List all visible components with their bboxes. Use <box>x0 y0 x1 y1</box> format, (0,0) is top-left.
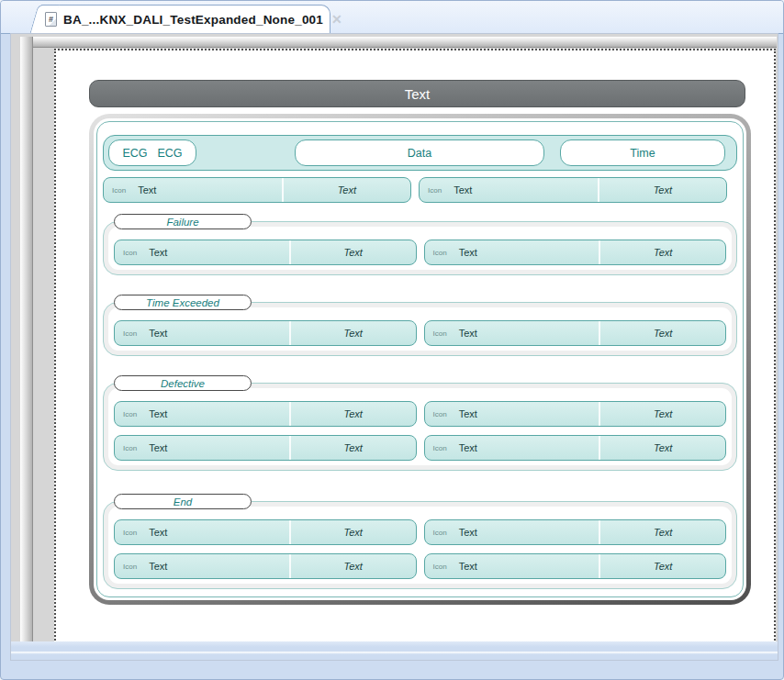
device-bar[interactable]: Icon Text Text <box>114 435 417 461</box>
device-row: Icon Text Text Icon Text Text <box>114 320 726 346</box>
group-label-pill[interactable]: Defective <box>114 375 252 391</box>
device-bar-left: Icon Text <box>425 247 599 258</box>
device-bar-left: Icon Text <box>425 328 599 339</box>
device-bar-left: Icon Text <box>115 247 289 258</box>
device-icon-placeholder: Icon <box>433 444 447 452</box>
group-section-defective: Defective Icon Text Text Icon Text Text <box>103 375 737 471</box>
device-row: Icon Text Text Icon Text Text <box>114 401 726 427</box>
device-bar-right: Text <box>600 561 725 572</box>
ecg-label: ECG <box>158 147 183 160</box>
device-value-label: Text <box>344 408 363 419</box>
tab-title: BA_...KNX_DALI_TestExpanded_None_001 <box>63 13 323 27</box>
device-row: Icon Text Text Icon Text Text <box>103 177 727 203</box>
device-bar[interactable]: Icon Text Text <box>424 240 727 265</box>
device-bar[interactable]: Icon Text Text <box>114 553 417 579</box>
group-rows: Icon Text Text Icon Text Text <box>108 227 732 270</box>
window-bottom-frame <box>11 641 778 660</box>
group-rows: Icon Text Text Icon Text Text Icon Text <box>108 388 732 465</box>
device-sections: Icon Text Text Icon Text Text Failure <box>103 177 737 589</box>
device-row: Icon Text Text Icon Text Text <box>114 519 726 545</box>
document-tab[interactable]: # BA_...KNX_DALI_TestExpanded_None_001 ✕ <box>41 5 330 33</box>
vertical-ruler <box>20 37 33 659</box>
device-name-label: Text <box>149 561 167 572</box>
device-value-label: Text <box>654 561 672 572</box>
device-bar[interactable]: Icon Text Text <box>424 519 727 545</box>
device-bar[interactable]: Icon Text Text <box>114 320 417 346</box>
page-title-text: Text <box>405 86 431 102</box>
document-tab-strip: # BA_...KNX_DALI_TestExpanded_None_001 ✕ <box>1 1 783 34</box>
device-value-label: Text <box>654 247 672 258</box>
close-icon[interactable]: ✕ <box>330 13 344 26</box>
device-icon-placeholder: Icon <box>433 563 447 571</box>
device-bar-right: Text <box>600 247 725 258</box>
time-field[interactable]: Time <box>560 139 725 166</box>
device-bar[interactable]: Icon Text Text <box>424 401 727 427</box>
device-icon-placeholder: Icon <box>123 249 137 257</box>
device-bar[interactable]: Icon Text Text <box>114 519 417 545</box>
group-rows: Icon Text Text Icon Text Text Icon Text <box>108 507 732 584</box>
device-name-label: Text <box>459 247 477 258</box>
device-bar-left: Icon Text <box>115 527 289 538</box>
device-bar[interactable]: Icon Text Text <box>424 435 727 461</box>
device-bar-left: Icon Text <box>420 184 598 195</box>
device-icon-placeholder: Icon <box>433 329 447 338</box>
device-value-label: Text <box>654 527 672 538</box>
device-icon-placeholder: Icon <box>123 444 137 452</box>
device-icon-placeholder: Icon <box>123 529 137 537</box>
device-name-label: Text <box>149 328 167 339</box>
device-bar-right: Text <box>291 527 416 538</box>
device-bar[interactable]: Icon Text Text <box>424 320 727 346</box>
group-label: Defective <box>161 378 205 389</box>
application-window: # BA_...KNX_DALI_TestExpanded_None_001 ✕… <box>0 0 784 680</box>
page-title-bar-widget[interactable]: Text <box>89 80 745 107</box>
group-box: Icon Text Text Icon Text Text Icon Text <box>103 501 737 589</box>
data-field-label: Data <box>408 147 431 160</box>
device-icon-placeholder: Icon <box>428 186 442 195</box>
device-icon-placeholder: Icon <box>123 410 137 418</box>
device-bar-right: Text <box>291 561 416 572</box>
device-bar[interactable]: Icon Text Text <box>419 177 727 203</box>
device-name-label: Text <box>454 184 472 195</box>
device-bar[interactable]: Icon Text Text <box>114 240 417 265</box>
device-name-label: Text <box>459 442 477 453</box>
device-bar[interactable]: Icon Text Text <box>424 553 727 579</box>
device-bar-right: Text <box>600 328 725 339</box>
device-name-label: Text <box>459 561 477 572</box>
designer-surface: Text ECG ECG Data <box>10 33 778 661</box>
device-name-label: Text <box>459 328 477 339</box>
device-value-label: Text <box>654 184 672 195</box>
device-name-label: Text <box>149 442 167 453</box>
panel-header-bar[interactable]: ECG ECG Data Time <box>103 135 737 171</box>
device-bar[interactable]: Icon Text Text <box>114 401 417 427</box>
device-panel[interactable]: ECG ECG Data Time <box>89 114 751 605</box>
device-bar-left: Icon Text <box>115 408 289 419</box>
device-bar-left: Icon Text <box>104 184 282 195</box>
device-icon-placeholder: Icon <box>433 249 447 257</box>
device-bar-left: Icon Text <box>425 527 599 538</box>
group-label-pill[interactable]: Time Exceeded <box>114 295 252 310</box>
device-bar-right: Text <box>600 408 725 419</box>
device-bar-right: Text <box>599 184 726 195</box>
group-section-failure: Failure Icon Text Text Icon Text Text <box>103 214 737 275</box>
group-box: Icon Text Text Icon Text Text Icon Text <box>103 383 737 471</box>
ecg-button[interactable]: ECG ECG <box>108 139 196 166</box>
device-value-label: Text <box>344 442 363 453</box>
device-row: Icon Text Text Icon Text Text <box>114 240 726 265</box>
device-value-label: Text <box>654 442 672 453</box>
data-field[interactable]: Data <box>295 139 544 166</box>
device-bar-right: Text <box>291 247 416 258</box>
device-bar-right: Text <box>284 184 410 195</box>
time-field-label: Time <box>630 147 655 160</box>
design-page[interactable]: Text ECG ECG Data <box>54 49 776 655</box>
device-name-label: Text <box>149 527 167 538</box>
device-value-label: Text <box>344 561 363 572</box>
group-label-pill[interactable]: End <box>114 494 252 509</box>
group-label-pill[interactable]: Failure <box>114 214 252 229</box>
device-bar[interactable]: Icon Text Text <box>103 177 411 203</box>
device-icon-placeholder: Icon <box>112 186 126 195</box>
device-bar-right: Text <box>600 442 725 453</box>
device-value-label: Text <box>338 184 356 195</box>
group-section-end: End Icon Text Text Icon Text Text <box>103 494 737 589</box>
device-value-label: Text <box>344 328 363 339</box>
group-section-time-exceeded: Time Exceeded Icon Text Text Icon Text T… <box>103 295 737 356</box>
